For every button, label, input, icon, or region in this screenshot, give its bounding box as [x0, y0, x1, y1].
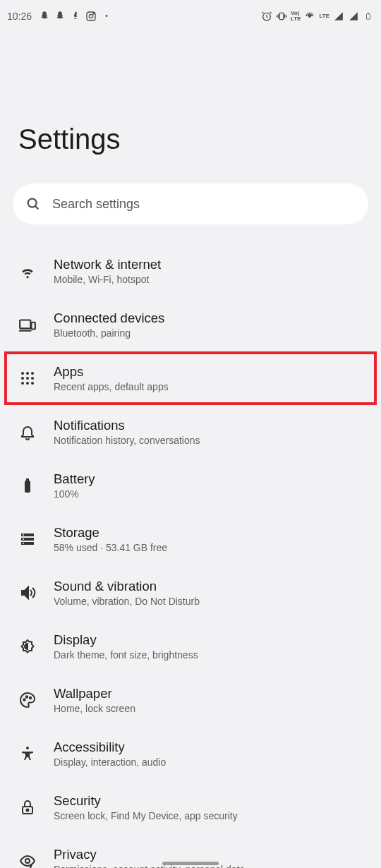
item-title: Apps	[54, 364, 169, 380]
page-title: Settings	[0, 32, 381, 183]
settings-item-apps[interactable]: Apps Recent apps, default apps	[4, 351, 377, 405]
item-subtitle: Volume, vibration, Do Not Disturb	[54, 596, 200, 607]
status-bar: 10:26 • Vo)LTE LTE	[0, 0, 381, 32]
svg-point-14	[26, 377, 29, 380]
svg-point-17	[26, 382, 29, 385]
volte-indicator: Vo)LTE	[291, 11, 301, 22]
search-icon	[25, 196, 41, 212]
item-title: Sound & vibration	[54, 579, 200, 594]
item-title: Battery	[54, 471, 95, 487]
settings-item-wallpaper[interactable]: Wallpaper Home, lock screen	[0, 673, 381, 727]
item-title: Accessibility	[54, 740, 166, 755]
settings-item-notifications[interactable]: Notifications Notification history, conv…	[0, 405, 381, 459]
snapchat-icon	[39, 11, 50, 22]
accessibility-icon	[18, 745, 37, 763]
svg-point-1	[89, 14, 92, 18]
settings-item-security[interactable]: Security Screen lock, Find My Device, ap…	[0, 780, 381, 834]
item-title: Notifications	[54, 418, 200, 433]
svg-point-32	[27, 809, 29, 812]
item-subtitle: 100%	[54, 488, 95, 500]
item-subtitle: Home, lock screen	[54, 703, 135, 714]
item-title: Display	[54, 632, 198, 648]
signal-icon-1	[333, 11, 344, 22]
svg-point-29	[30, 697, 31, 699]
item-subtitle: Bluetooth, pairing	[54, 327, 164, 339]
svg-point-16	[21, 382, 24, 385]
alarm-icon	[261, 11, 272, 22]
svg-point-30	[26, 747, 29, 749]
hotspot-icon	[304, 11, 315, 22]
bell-icon	[18, 423, 37, 441]
svg-rect-6	[367, 13, 370, 19]
item-title: Security	[54, 793, 238, 809]
settings-item-display[interactable]: Display Dark theme, font size, brightnes…	[0, 620, 381, 673]
search-settings[interactable]: Search settings	[13, 183, 368, 224]
status-bar-right: Vo)LTE LTE	[261, 11, 374, 22]
svg-point-7	[28, 199, 37, 207]
item-title: Wallpaper	[54, 686, 135, 701]
settings-item-accessibility[interactable]: Accessibility Display, interaction, audi…	[0, 727, 381, 780]
svg-rect-9	[31, 323, 35, 330]
lte-indicator: LTE	[319, 13, 329, 19]
palette-icon	[18, 691, 37, 709]
svg-point-25	[23, 538, 24, 540]
sound-icon	[18, 584, 37, 602]
apps-icon	[18, 369, 37, 387]
settings-item-sound[interactable]: Sound & vibration Volume, vibration, Do …	[0, 566, 381, 620]
svg-point-11	[26, 372, 29, 375]
svg-rect-20	[26, 478, 29, 481]
item-subtitle: 58% used · 53.41 GB free	[54, 542, 167, 553]
svg-point-12	[31, 372, 34, 375]
signal-icon-2	[348, 11, 359, 22]
dot-icon: •	[101, 11, 112, 22]
settings-item-storage[interactable]: Storage 58% used · 53.41 GB free	[0, 512, 381, 566]
item-title: Connected devices	[54, 311, 164, 326]
item-subtitle: Display, interaction, audio	[54, 757, 166, 768]
item-subtitle: Dark theme, font size, brightness	[54, 649, 198, 661]
svg-point-18	[31, 382, 34, 385]
svg-point-26	[23, 543, 24, 544]
settings-item-battery[interactable]: Battery 100%	[0, 459, 381, 512]
svg-point-27	[23, 699, 25, 700]
item-subtitle: Recent apps, default apps	[54, 381, 169, 392]
instagram-icon	[85, 11, 97, 22]
storage-icon	[18, 530, 37, 548]
svg-point-2	[93, 13, 94, 13]
search-placeholder: Search settings	[52, 197, 140, 212]
battery-status-icon	[363, 11, 374, 22]
navigation-handle[interactable]	[162, 862, 219, 865]
flame-icon	[70, 11, 81, 22]
privacy-icon	[18, 852, 37, 868]
battery-icon	[18, 476, 37, 495]
snapchat-icon-2	[54, 11, 66, 22]
settings-item-connected-devices[interactable]: Connected devices Bluetooth, pairing	[0, 298, 381, 351]
svg-rect-4	[279, 13, 283, 19]
item-title: Network & internet	[54, 257, 161, 272]
svg-point-15	[31, 377, 34, 380]
item-title: Privacy	[54, 847, 245, 862]
svg-point-24	[23, 534, 24, 536]
item-subtitle: Screen lock, Find My Device, app securit…	[54, 810, 238, 821]
item-title: Storage	[54, 525, 167, 541]
wifi-icon	[18, 262, 37, 280]
svg-point-33	[25, 859, 30, 863]
item-subtitle: Notification history, conversations	[54, 435, 200, 446]
devices-icon	[18, 315, 37, 334]
settings-item-network[interactable]: Network & internet Mobile, Wi-Fi, hotspo…	[0, 244, 381, 298]
status-bar-left: 10:26 •	[7, 11, 112, 22]
svg-point-28	[26, 696, 28, 697]
svg-point-10	[21, 372, 24, 375]
svg-rect-8	[20, 320, 30, 329]
svg-point-13	[21, 377, 24, 380]
clock: 10:26	[7, 11, 32, 22]
lock-icon	[18, 798, 37, 816]
item-subtitle: Mobile, Wi-Fi, hotspot	[54, 274, 161, 285]
svg-point-5	[309, 15, 311, 17]
brightness-icon	[18, 637, 37, 656]
svg-rect-19	[25, 481, 30, 493]
settings-list: Network & internet Mobile, Wi-Fi, hotspo…	[0, 244, 381, 868]
vibrate-icon	[276, 11, 287, 22]
